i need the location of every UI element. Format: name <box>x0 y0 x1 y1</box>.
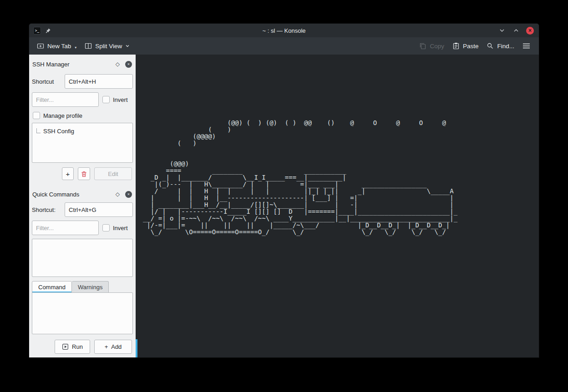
new-tab-label: New Tab <box>47 43 71 50</box>
quick-commands-list[interactable] <box>32 239 133 277</box>
paste-icon <box>452 42 460 50</box>
ssh-shortcut-label: Shortcut <box>32 78 65 85</box>
qc-invert-label: Invert <box>113 225 128 231</box>
tree-branch-icon <box>36 128 41 133</box>
chevron-down-icon <box>125 44 130 48</box>
ssh-filter-input[interactable] <box>32 92 99 107</box>
qc-invert-checkbox[interactable] <box>102 224 110 231</box>
qc-filter-input[interactable] <box>32 221 99 235</box>
ssh-config-list[interactable]: SSH Config <box>32 123 133 163</box>
close-panel-icon[interactable]: × <box>125 191 132 198</box>
konsole-window: >_ ~ : sl — Konsole × New Tab ▾ <box>29 24 539 357</box>
trash-icon <box>81 171 87 177</box>
split-view-label: Split View <box>95 43 122 50</box>
quick-commands-title: Quick Commands <box>32 191 116 198</box>
hamburger-icon <box>522 43 530 49</box>
find-button[interactable]: Find... <box>482 40 518 52</box>
ssh-invert-label: Invert <box>113 96 128 103</box>
titlebar[interactable]: >_ ~ : sl — Konsole × <box>29 24 539 37</box>
qc-buttons-row: Run + Add <box>32 340 132 354</box>
caret-down-icon: ▾ <box>75 46 76 50</box>
minimize-button[interactable] <box>498 26 506 35</box>
prompt-glyph: >_ <box>35 29 40 33</box>
list-item[interactable]: SSH Config <box>32 123 132 135</box>
copy-icon <box>419 42 426 50</box>
splitter-handle[interactable] <box>136 339 137 357</box>
delete-ssh-button[interactable] <box>78 167 90 180</box>
plus-icon: + <box>66 170 70 178</box>
plus-icon: + <box>105 343 108 350</box>
ssh-manager-panel: SSH Manager ◇ × Shortcut Invert Manage p… <box>29 55 136 180</box>
run-icon <box>62 343 69 350</box>
tab-warnings[interactable]: Warnings <box>72 281 109 293</box>
paste-button[interactable]: Paste <box>448 40 483 52</box>
paste-label: Paste <box>463 43 479 50</box>
add-command-button[interactable]: + Add <box>94 340 132 354</box>
command-editor[interactable] <box>32 292 133 334</box>
manage-profile-checkbox[interactable] <box>33 112 40 119</box>
copy-button[interactable]: Copy <box>415 40 448 52</box>
float-panel-icon[interactable]: ◇ <box>116 61 120 67</box>
main-content: SSH Manager ◇ × Shortcut Invert Manage p… <box>29 55 539 357</box>
qc-shortcut-input[interactable] <box>65 202 133 217</box>
terminal[interactable]: (@@) ( ) (@) ( ) @@ () @ O @ O @ ( ) (@@… <box>136 55 539 357</box>
ssh-manager-title: SSH Manager <box>32 61 116 68</box>
sidebar: SSH Manager ◇ × Shortcut Invert Manage p… <box>29 55 136 357</box>
run-button[interactable]: Run <box>55 340 90 354</box>
ssh-buttons-row: + Edit <box>32 167 132 180</box>
add-label: Add <box>111 343 122 350</box>
konsole-app-icon: >_ <box>33 27 41 35</box>
new-tab-icon <box>37 42 44 50</box>
quick-commands-panel: Quick Commands ◇ × Shortcut: Invert Comm… <box>29 180 136 357</box>
quick-commands-header: Quick Commands ◇ × <box>29 188 136 200</box>
add-ssh-button[interactable]: + <box>62 167 74 180</box>
maximize-button[interactable] <box>512 26 520 35</box>
pin-icon <box>45 28 51 34</box>
ssh-manager-header: SSH Manager ◇ × <box>29 58 136 70</box>
split-view-icon <box>85 42 92 50</box>
manage-profile-label: Manage profile <box>43 112 82 119</box>
menu-button[interactable] <box>518 40 534 52</box>
toolbar: New Tab ▾ Split View Copy Paste <box>29 37 539 55</box>
search-icon <box>487 42 494 50</box>
qc-shortcut-label: Shortcut: <box>32 206 65 213</box>
edit-label: Edit <box>108 171 118 177</box>
run-label: Run <box>72 343 83 350</box>
close-panel-icon[interactable]: × <box>125 61 132 68</box>
close-button[interactable]: × <box>526 27 534 35</box>
ssh-invert-checkbox[interactable] <box>102 96 110 103</box>
new-tab-button[interactable]: New Tab ▾ <box>33 40 81 52</box>
tab-command[interactable]: Command <box>32 281 72 293</box>
edit-ssh-button[interactable]: Edit <box>94 167 132 180</box>
qc-tabs: Command Warnings <box>32 281 133 293</box>
ssh-shortcut-input[interactable] <box>65 74 133 89</box>
window-title: ~ : sl — Konsole <box>29 27 539 34</box>
find-label: Find... <box>497 43 514 50</box>
float-panel-icon[interactable]: ◇ <box>116 191 120 197</box>
split-view-button[interactable]: Split View <box>81 40 134 52</box>
copy-label: Copy <box>430 43 444 50</box>
ssh-config-item-label: SSH Config <box>43 128 74 135</box>
terminal-output: (@@) ( ) (@) ( ) @@ () @ O @ O @ ( ) (@@… <box>136 55 539 236</box>
